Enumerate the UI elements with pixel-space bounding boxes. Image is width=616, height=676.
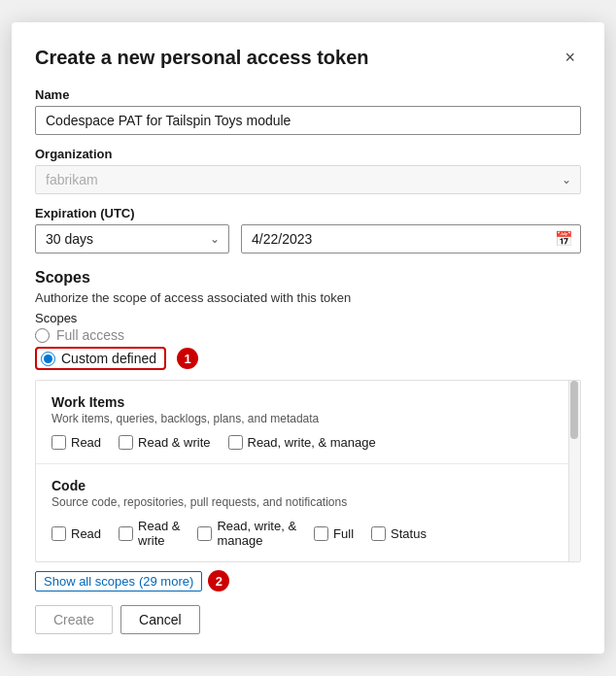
badge-1: 1 — [177, 348, 198, 369]
code-readwrite[interactable]: Read &write — [119, 519, 180, 548]
scopes-desc: Authorize the scope of access associated… — [35, 290, 581, 305]
code-readwrite-checkbox[interactable] — [119, 526, 133, 541]
org-select: fabrikam — [35, 165, 581, 194]
code-section: Code Source code, repositories, pull req… — [36, 464, 580, 561]
code-readwrite-label: Read &write — [138, 519, 180, 548]
date-input[interactable] — [241, 224, 581, 254]
name-label: Name — [35, 87, 581, 102]
code-read[interactable]: Read — [51, 526, 101, 541]
create-pat-dialog: Create a new personal access token × Nam… — [12, 22, 604, 654]
work-items-manage[interactable]: Read, write, & manage — [228, 435, 376, 450]
work-items-read-checkbox[interactable] — [51, 435, 66, 450]
dialog-header: Create a new personal access token × — [35, 46, 581, 70]
work-items-title: Work Items — [51, 394, 561, 410]
work-items-section: Work Items Work items, queries, backlogs… — [36, 381, 580, 464]
expiration-row: 30 days ⌄ 📅 — [35, 224, 581, 254]
work-items-read-label: Read — [71, 435, 101, 450]
code-read-checkbox[interactable] — [51, 526, 66, 541]
code-status-checkbox[interactable] — [371, 526, 386, 541]
expiration-select[interactable]: 30 days — [35, 224, 229, 254]
work-items-readwrite-label: Read & write — [138, 435, 210, 450]
work-items-manage-label: Read, write, & manage — [248, 435, 376, 450]
show-all-text: Show all scopes — [44, 574, 135, 589]
badge-2: 2 — [208, 570, 229, 592]
custom-defined-highlight: Custom defined — [35, 347, 166, 370]
code-full[interactable]: Full — [314, 526, 354, 541]
scroll-thumb[interactable] — [570, 381, 578, 439]
scroll-track[interactable] — [568, 381, 580, 561]
dialog-footer: Create Cancel — [35, 605, 581, 634]
show-all-row: Show all scopes (29 more) 2 — [35, 570, 581, 592]
custom-defined-radio[interactable] — [41, 352, 55, 366]
show-all-count: (29 more) — [139, 574, 193, 589]
code-full-label: Full — [333, 526, 354, 541]
code-status-label: Status — [391, 526, 427, 541]
create-button[interactable]: Create — [35, 605, 113, 634]
work-items-readwrite-checkbox[interactable] — [119, 435, 133, 450]
full-access-radio[interactable] — [35, 328, 50, 343]
date-input-wrapper: 📅 — [241, 224, 581, 254]
code-status[interactable]: Status — [371, 526, 427, 541]
expiration-label: Expiration (UTC) — [35, 206, 581, 220]
code-manage[interactable]: Read, write, &manage — [197, 519, 296, 548]
expiration-select-wrapper[interactable]: 30 days ⌄ — [35, 224, 229, 254]
scopes-radio-group: Full access Custom defined 1 — [35, 327, 581, 370]
scopes-title: Scopes — [35, 269, 581, 287]
work-items-manage-checkbox[interactable] — [228, 435, 243, 450]
calendar-icon: 📅 — [555, 230, 573, 248]
work-items-checkboxes: Read Read & write Read, write, & manage — [51, 435, 561, 450]
code-title: Code — [51, 478, 561, 493]
org-select-wrapper: fabrikam ⌄ — [35, 165, 581, 194]
scopes-label: Scopes — [35, 311, 581, 325]
code-full-checkbox[interactable] — [314, 526, 328, 541]
full-access-label: Full access — [56, 327, 124, 343]
show-all-link[interactable]: Show all scopes (29 more) — [35, 571, 202, 592]
code-checkboxes: Read Read &write Read, write, &manage Fu… — [51, 519, 561, 548]
code-manage-checkbox[interactable] — [197, 526, 212, 541]
work-items-readwrite[interactable]: Read & write — [119, 435, 210, 450]
name-input[interactable] — [35, 106, 581, 135]
work-items-desc: Work items, queries, backlogs, plans, an… — [51, 412, 561, 425]
custom-defined-option[interactable]: Custom defined 1 — [35, 347, 581, 370]
close-button[interactable]: × — [559, 46, 581, 70]
full-access-option[interactable]: Full access — [35, 327, 581, 343]
code-read-label: Read — [71, 526, 101, 541]
scopes-scroll-area: Work Items Work items, queries, backlogs… — [35, 380, 581, 562]
cancel-button[interactable]: Cancel — [120, 605, 200, 634]
work-items-read[interactable]: Read — [51, 435, 101, 450]
org-label: Organization — [35, 147, 581, 161]
custom-defined-label: Custom defined — [61, 351, 156, 366]
dialog-title: Create a new personal access token — [35, 47, 369, 69]
code-manage-label: Read, write, &manage — [217, 519, 296, 548]
code-desc: Source code, repositories, pull requests… — [51, 495, 561, 509]
